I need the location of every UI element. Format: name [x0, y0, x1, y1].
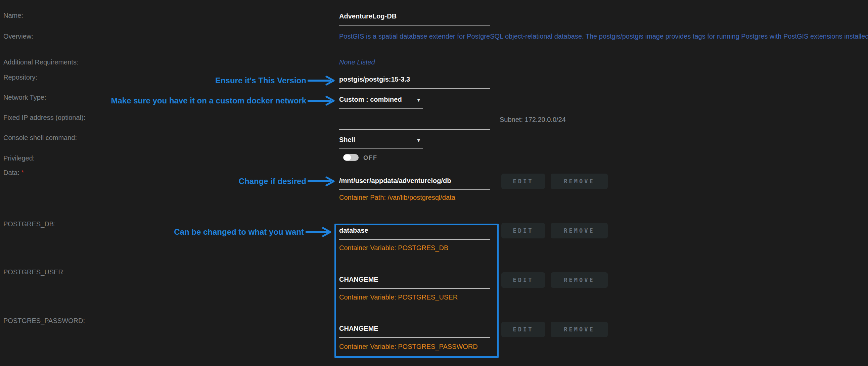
postgres-db-value: database: [339, 226, 490, 234]
console-shell-value: Shell: [339, 136, 423, 144]
fixed-ip-value: [339, 117, 490, 125]
postgres-password-remove-button[interactable]: REMOVE: [551, 322, 608, 337]
annotation-arrow-icon: [308, 176, 338, 186]
postgres-user-container-variable-note: Container Variable: POSTGRES_USER: [339, 293, 458, 301]
name-value: AdventureLog-DB: [339, 12, 490, 20]
data-edit-button[interactable]: EDIT: [501, 174, 545, 189]
overview-label: Overview:: [3, 32, 33, 40]
overview-text: PostGIS is a spatial database extender f…: [339, 32, 868, 40]
repository-input[interactable]: postgis/postgis:15-3.3: [339, 75, 490, 89]
docker-template-settings-page: Name: Overview: Additional Requirements:…: [0, 0, 868, 366]
postgres-db-container-variable-note: Container Variable: POSTGRES_DB: [339, 244, 448, 252]
required-asterisk: *: [22, 169, 24, 176]
annotation-ensure-version: Ensure it's This Version: [215, 76, 306, 85]
annotation-can-be-changed: Can be changed to what you want: [174, 227, 304, 237]
privileged-state-label: OFF: [363, 154, 377, 161]
toggle-knob: [343, 154, 351, 160]
network-type-select[interactable]: Custom : combined ▼: [339, 95, 423, 109]
chevron-down-icon: ▼: [416, 138, 421, 143]
annotation-custom-network: Make sure you have it on a custom docker…: [111, 96, 306, 105]
privileged-toggle[interactable]: [343, 154, 359, 161]
data-label: Data:*: [3, 169, 24, 177]
chevron-down-icon: ▼: [416, 97, 421, 102]
annotation-arrow-icon: [308, 75, 338, 86]
postgres-password-edit-button[interactable]: EDIT: [501, 322, 545, 337]
subnet-note: Subnet: 172.20.0.0/24: [500, 116, 566, 124]
fixed-ip-label: Fixed IP address (optional):: [3, 114, 85, 122]
console-shell-select[interactable]: Shell ▼: [339, 136, 423, 149]
name-label: Name:: [3, 11, 23, 20]
repository-value: postgis/postgis:15-3.3: [339, 75, 490, 83]
postgres-user-remove-button[interactable]: REMOVE: [551, 272, 608, 288]
fixed-ip-input[interactable]: [339, 117, 490, 130]
postgres-db-input[interactable]: database: [339, 226, 490, 240]
name-input[interactable]: AdventureLog-DB: [339, 12, 490, 26]
postgres-user-edit-button[interactable]: EDIT: [501, 272, 545, 288]
annotation-change-if-desired: Change if desired: [239, 177, 306, 186]
privileged-label: Privileged:: [3, 154, 35, 162]
additional-requirements-label: Additional Requirements:: [3, 58, 78, 66]
network-type-label: Network Type:: [3, 93, 46, 101]
data-remove-button[interactable]: REMOVE: [551, 174, 608, 189]
repository-label: Repository:: [3, 73, 37, 81]
additional-requirements-value: None Listed: [339, 58, 375, 66]
postgres-password-container-variable-note: Container Variable: POSTGRES_PASSWORD: [339, 342, 478, 350]
data-path-value: /mnt/user/appdata/adventurelog/db: [339, 177, 490, 185]
postgres-password-label: POSTGRES_PASSWORD:: [3, 317, 85, 325]
postgres-password-value: CHANGEME: [339, 324, 490, 332]
console-shell-command-label: Console shell command:: [3, 134, 77, 142]
postgres-db-label: POSTGRES_DB:: [3, 220, 56, 228]
postgres-password-input[interactable]: CHANGEME: [339, 324, 490, 338]
data-path-input[interactable]: /mnt/user/appdata/adventurelog/db: [339, 177, 490, 190]
postgres-db-edit-button[interactable]: EDIT: [501, 223, 545, 238]
postgres-user-value: CHANGEME: [339, 275, 490, 283]
annotation-arrow-icon: [308, 96, 338, 106]
annotation-arrow-icon: [306, 227, 335, 237]
postgres-user-input[interactable]: CHANGEME: [339, 275, 490, 289]
postgres-user-label: POSTGRES_USER:: [3, 268, 65, 276]
data-container-path-note: Container Path: /var/lib/postgresql/data: [339, 193, 455, 202]
postgres-db-remove-button[interactable]: REMOVE: [551, 223, 608, 238]
network-type-value: Custom : combined: [339, 95, 423, 103]
